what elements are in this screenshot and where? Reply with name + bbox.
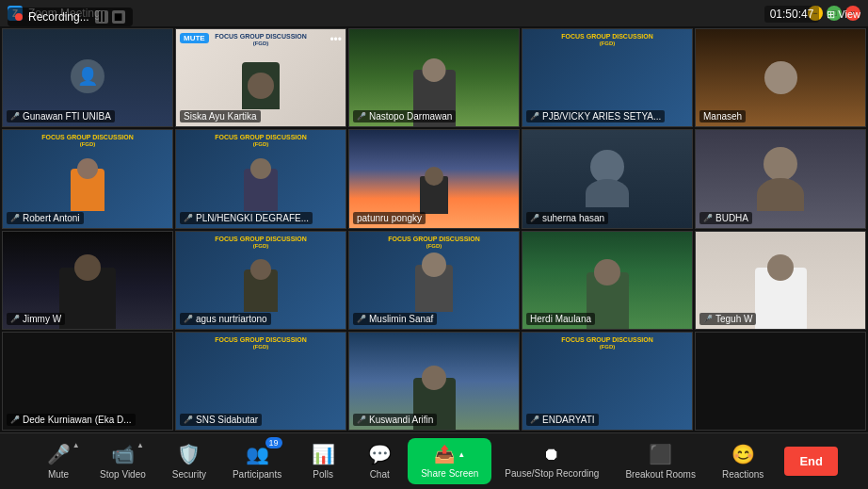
- mic-icon-6: 🎤: [10, 214, 20, 222]
- participant-cell-2[interactable]: FOCUS GROUP DISCUSSION(FGD) MUTE ••• Sis…: [175, 28, 346, 127]
- participant-cell-3[interactable]: 🎤 Nastopo Darmawan: [348, 28, 520, 127]
- participant-cell-19[interactable]: FOCUS GROUP DISCUSSION(FGD) 🎤 ENDARYATI: [522, 332, 693, 431]
- chat-label: Chat: [370, 469, 390, 480]
- participant-cell-4[interactable]: FOCUS GROUP DISCUSSION(FGD) 🎤 PJB/VICKY …: [522, 28, 693, 127]
- participant-name-4: 🎤 PJB/VICKY ARIES SETYA...: [526, 110, 665, 122]
- stop-video-button[interactable]: 📹 ▲ Stop Video: [87, 437, 159, 485]
- mic-icon-18: 🎤: [357, 416, 366, 424]
- reactions-button[interactable]: 😊 Reactions: [709, 437, 777, 485]
- recording-dot: [15, 13, 23, 21]
- mic-icon-7: 🎤: [184, 214, 193, 222]
- video-icon: 📹: [111, 444, 135, 465]
- participant-cell-17[interactable]: FOCUS GROUP DISCUSSION(FGD) 🎤 SNS Sidabu…: [175, 332, 346, 431]
- reactions-label: Reactions: [722, 469, 764, 480]
- participant-cell-11[interactable]: 🎤 Jimmy W: [2, 231, 173, 330]
- participant-name-16: 🎤 Dede Kurniawan (Eka D...: [7, 414, 136, 426]
- mic-icon-1: 🎤: [10, 112, 20, 121]
- security-button[interactable]: 🛡️ Security: [159, 437, 219, 485]
- toolbar: 🎤 ▲ Mute 📹 ▲ Stop Video 🛡️ Security 👥 19…: [0, 432, 868, 489]
- participant-cell-18[interactable]: 🎤 Kuswandi Arifin: [348, 332, 520, 431]
- mic-icon-12: 🎤: [184, 315, 193, 323]
- stop-recording-btn[interactable]: ■: [112, 10, 125, 24]
- participant-cell-16[interactable]: 🎤 Dede Kurniawan (Eka D...: [2, 332, 173, 431]
- end-button[interactable]: End: [784, 447, 838, 476]
- participant-cell-6[interactable]: FOCUS GROUP DISCUSSION(FGD) 🎤 Robert Ant…: [2, 129, 173, 228]
- participant-cell-20: [695, 332, 866, 431]
- participant-name-19: 🎤 ENDARYATI: [526, 414, 599, 426]
- pause-recording-icon: ⏺: [543, 445, 560, 465]
- participant-name-10: 🎤 BUDHA: [699, 212, 752, 224]
- options-btn-2[interactable]: •••: [330, 33, 342, 46]
- participant-name-8: patunru pongky: [353, 212, 426, 224]
- top-right-controls: 01:50:47 ⊞ View: [764, 6, 860, 23]
- reactions-icon: 😊: [731, 443, 755, 465]
- pause-stop-recording-button[interactable]: ⏺ Pause/Stop Recording: [491, 439, 612, 484]
- participant-cell-1[interactable]: 👤 🎤 Gunawan FTI UNIBA: [2, 28, 173, 127]
- share-screen-button[interactable]: 📤 ▲ Share Screen: [408, 438, 491, 484]
- recording-bar: Recording... ⏸ ■: [8, 8, 133, 26]
- mic-icon-3: 🎤: [357, 112, 366, 121]
- participant-name-13: 🎤 Muslimin Sanaf: [353, 313, 437, 325]
- mic-icon-19: 🎤: [530, 416, 539, 424]
- security-icon: 🛡️: [177, 443, 201, 465]
- mute-caret[interactable]: ▲: [72, 441, 80, 449]
- chat-button[interactable]: 💬 Chat: [351, 437, 408, 485]
- participant-name-15: 🎤 Teguh W: [699, 313, 756, 325]
- meeting-timer: 01:50:47: [764, 6, 820, 23]
- participant-name-6: 🎤 Robert Antoni: [7, 212, 84, 224]
- breakout-rooms-button[interactable]: ⬛ Breakout Rooms: [612, 437, 708, 485]
- participants-icon: 👥: [246, 444, 269, 465]
- security-label: Security: [172, 469, 206, 480]
- participant-cell-12[interactable]: FOCUS GROUP DISCUSSION(FGD) 🎤 agus nurtr…: [175, 231, 346, 330]
- mic-icon-16: 🎤: [10, 416, 20, 424]
- participant-name-3: 🎤 Nastopo Darmawan: [353, 110, 456, 122]
- polls-label: Polls: [313, 469, 333, 480]
- participant-name-14: Herdi Maulana: [526, 313, 595, 325]
- breakout-rooms-icon: ⬛: [649, 443, 672, 465]
- view-label: View: [838, 8, 860, 20]
- mute-button[interactable]: 🎤 ▲ Mute: [30, 437, 87, 485]
- participant-cell-13[interactable]: FOCUS GROUP DISCUSSION(FGD) 🎤 Muslimin S…: [348, 231, 520, 330]
- participants-button[interactable]: 👥 19 Participants: [219, 437, 295, 485]
- mic-icon-4: 🎤: [530, 112, 539, 121]
- polls-button[interactable]: 📊 Polls: [295, 437, 351, 485]
- chat-icon: 💬: [368, 443, 392, 465]
- share-screen-icon: 📤: [434, 444, 455, 465]
- mic-icon-15: 🎤: [703, 315, 713, 323]
- participant-name-17: 🎤 SNS Sidabutar: [180, 414, 262, 426]
- participant-name-18: 🎤 Kuswandi Arifin: [353, 414, 437, 426]
- mic-icon-13: 🎤: [357, 315, 366, 323]
- participants-label: Participants: [233, 469, 281, 480]
- mic-icon-17: 🎤: [184, 416, 193, 424]
- mute-badge-2: MUTE: [180, 33, 209, 43]
- mic-icon-9: 🎤: [530, 214, 539, 222]
- participant-cell-5[interactable]: Manaseh: [695, 28, 866, 127]
- participant-cell-14[interactable]: Herdi Maulana: [522, 231, 693, 330]
- pause-recording-label: Pause/Stop Recording: [505, 468, 599, 479]
- participant-name-7: 🎤 PLN/HENGKI DEGRAFE...: [180, 212, 313, 224]
- participant-name-1: 🎤 Gunawan FTI UNIBA: [7, 110, 115, 122]
- participant-cell-10[interactable]: 🎤 BUDHA: [695, 129, 866, 228]
- participant-cell-9[interactable]: 🎤 suherna hasan: [522, 129, 693, 228]
- view-button[interactable]: ⊞ View: [827, 8, 860, 21]
- pause-recording-btn[interactable]: ⏸: [95, 10, 108, 24]
- participant-name-9: 🎤 suherna hasan: [526, 212, 608, 224]
- stop-video-label: Stop Video: [100, 469, 146, 480]
- polls-icon: 📊: [312, 443, 335, 465]
- participant-cell-7[interactable]: FOCUS GROUP DISCUSSION(FGD) 🎤 PLN/HENGKI…: [175, 129, 346, 228]
- participant-name-11: 🎤 Jimmy W: [7, 313, 65, 325]
- participant-cell-8[interactable]: patunru pongky: [348, 129, 520, 228]
- participants-count: 19: [265, 437, 282, 448]
- mute-label: Mute: [48, 469, 69, 480]
- mic-icon-10: 🎤: [703, 214, 713, 222]
- participant-name-5: Manaseh: [699, 110, 746, 122]
- recording-controls[interactable]: ⏸ ■: [95, 10, 125, 24]
- participant-name-12: 🎤 agus nurtriartono: [180, 313, 271, 325]
- view-grid-icon: ⊞: [827, 8, 835, 21]
- video-caret[interactable]: ▲: [137, 441, 144, 449]
- video-grid: 👤 🎤 Gunawan FTI UNIBA FOCUS GROUP DISCUS…: [0, 26, 868, 432]
- breakout-rooms-label: Breakout Rooms: [625, 469, 695, 480]
- recording-label: Recording...: [28, 10, 89, 24]
- participant-cell-15[interactable]: 🎤 Teguh W: [695, 231, 866, 330]
- participant-name-2: Siska Ayu Kartika: [180, 110, 261, 122]
